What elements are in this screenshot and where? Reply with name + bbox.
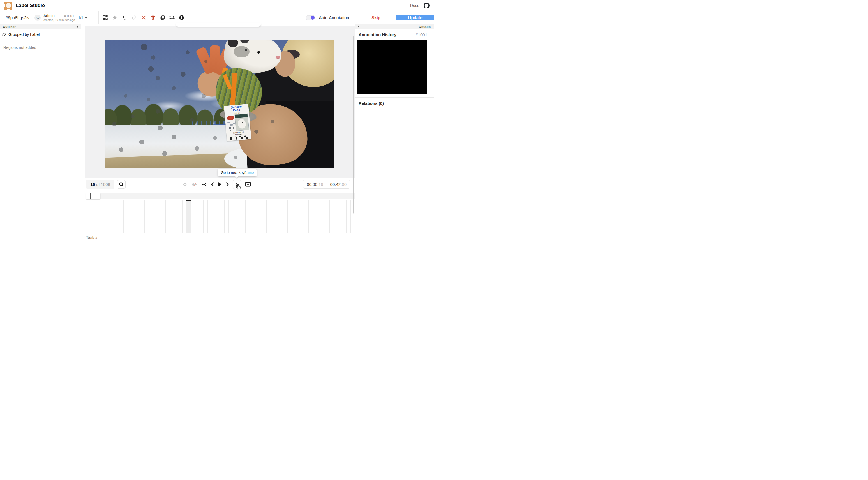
tooltip: Go to next keyframe [218,169,256,176]
zoom-button[interactable] [117,180,126,189]
current-time-main: 00:00 [307,182,317,187]
tag-icon [2,32,6,37]
outliner-header: Outliner [0,24,81,29]
frame-counter[interactable]: 16 of 1008 [86,180,114,189]
redo-icon[interactable] [131,15,136,20]
outliner-panel: Outliner Grouped by Label Regions not ad… [0,24,81,240]
prev-keyframe-icon[interactable] [202,182,207,186]
avatar: AD [34,14,41,21]
annotation-id: #1001 [64,14,74,18]
update-button[interactable]: Update [397,15,434,20]
annotator-info: Admin #1001 created, 19 minutes ago [43,13,74,22]
star-icon[interactable] [112,15,118,20]
taskbar-right: Auto-Annotation Skip Update [306,11,434,24]
undo-icon[interactable] [122,15,127,20]
grid-view-icon[interactable] [103,15,108,20]
collapse-left-icon[interactable] [76,26,78,28]
current-time[interactable]: 00:00 :16 [303,180,327,188]
pager-value: 1/1 [78,16,83,20]
app-title: Label Studio [16,3,45,8]
task-toolbar: #9pb8Lgs2iv AD Admin #1001 created, 19 m… [0,11,434,24]
group-by-label-text: Grouped by Label [8,32,39,37]
details-panel: Details Annotation History #1001 Relatio… [355,24,434,240]
body: Outliner Grouped by Label Regions not ad… [0,24,434,240]
total-frames: of 1008 [96,182,110,187]
auto-annotation-toggle[interactable] [306,15,315,20]
docs-link[interactable]: Docs [410,3,419,8]
annotation-tools [99,11,188,24]
annotator-name: Admin [43,13,55,18]
chevron-down-icon [85,17,88,19]
info-icon[interactable] [179,15,184,20]
task-footer-label: Task # [86,235,97,240]
github-icon[interactable] [424,2,430,8]
total-time-frames: :00 [341,182,346,187]
annotation-history-id: #1001 [415,32,427,37]
floating-config-box [176,23,261,27]
seek-handle[interactable] [86,193,100,199]
video-thumbnail [357,39,427,94]
prev-frame-icon[interactable] [211,182,214,186]
next-frame-icon[interactable] [226,182,229,186]
current-frame-marker[interactable] [186,200,191,233]
annotation-pager[interactable]: 1/1 [78,16,88,20]
toggle-knob [311,16,315,20]
duplicate-annotation-icon[interactable] [160,15,165,20]
total-time-main: 00:42 [330,182,341,187]
collapse-timeline-icon[interactable] [245,182,251,187]
transfer-icon[interactable] [169,15,175,20]
relations-title: Relations (0) [355,97,434,106]
total-time: 00:42 :00 [327,180,350,188]
video-workspace: Season Pass 2011-12 RATATOUILLEBOWERS [85,26,355,178]
delete-annotation-icon[interactable] [150,15,156,20]
vertical-scrollbar[interactable] [353,36,354,214]
auto-annotation-label: Auto-Annotation [319,15,349,20]
details-title: Details [418,25,431,29]
task-footer: Task # [81,233,355,240]
divider [355,110,434,110]
time-display: 00:00 :16 00:42 :00 [303,180,350,189]
annotation-history-row: Annotation History #1001 [355,29,434,37]
expand-right-icon[interactable] [358,26,360,28]
seekbar-track[interactable] [86,193,355,199]
current-frame: 16 [90,182,95,187]
interpolation-icon[interactable] [191,182,198,187]
skip-button[interactable]: Skip [355,15,397,20]
header-right: Docs [410,2,430,8]
outliner-title: Outliner [3,25,16,29]
cancel-annotation-icon[interactable] [141,15,146,20]
add-keyframe-icon[interactable] [182,182,187,187]
app-header: Label Studio Docs [0,0,434,11]
timeline-ruler[interactable] [86,200,355,233]
playhead-line [90,193,91,199]
play-icon[interactable] [218,182,222,187]
task-id: #9pb8Lgs2iv [0,11,30,24]
video-controls: 16 of 1008 [81,180,355,189]
annotation-created-time: created, 19 minutes ago [43,18,74,22]
label-studio-logo-icon[interactable] [5,2,12,9]
main-view: Season Pass 2011-12 RATATOUILLEBOWERS [81,24,355,240]
zoom-in-icon [119,182,124,187]
cursor-hand-icon [236,184,241,190]
snow-bokeh-overlay [105,39,334,168]
video-frame: Season Pass 2011-12 RATATOUILLEBOWERS [105,39,334,168]
current-time-frames: :16 [317,182,323,187]
annotation-selector[interactable]: AD Admin #1001 created, 19 minutes ago 1… [30,11,99,24]
group-by-label-control[interactable]: Grouped by Label [0,29,81,40]
regions-empty-message: Regions not added [0,40,81,50]
label-studio-app: Label Studio Docs #9pb8Lgs2iv AD Admin #… [0,0,434,240]
details-header: Details [355,24,434,29]
annotation-history-title: Annotation History [359,32,397,37]
